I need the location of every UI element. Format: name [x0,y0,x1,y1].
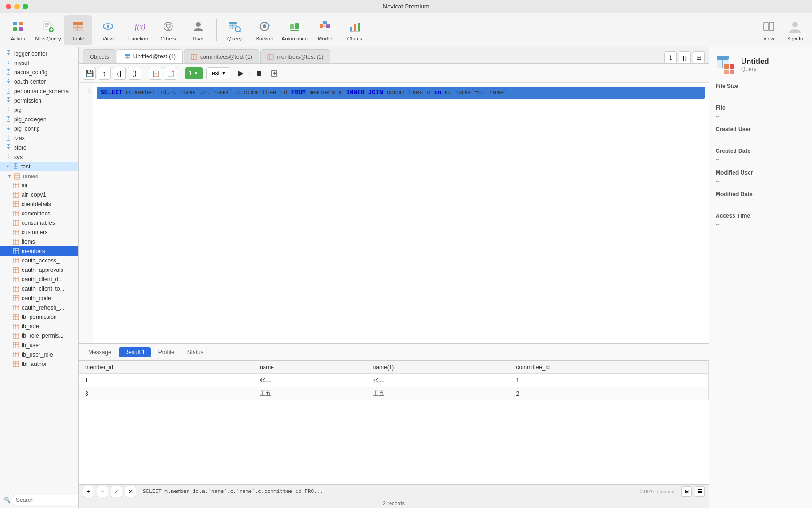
search-input[interactable] [13,495,79,505]
sidebar-table-members[interactable]: members [0,246,78,256]
result-tab-message[interactable]: Message [83,347,117,357]
add-row-btn[interactable]: + [83,486,94,497]
beautify-btn[interactable]: {} [113,67,126,80]
connection-select[interactable]: 1 ▼ [185,67,203,79]
sidebar-table-tb-user[interactable]: tb_user [0,341,78,350]
sidebar-item-pig-config[interactable]: 🗄 pig_config [0,124,78,134]
tab-committees-test[interactable]: committees@test (1) [184,49,259,64]
sidebar-table-tb-role[interactable]: tb_role [0,322,78,331]
result-tab-result1[interactable]: Result 1 [119,347,151,357]
toolbar-item-backup[interactable]: Backup [250,15,279,45]
minimize-button[interactable] [14,4,20,9]
sidebar-item-sys[interactable]: 🗄 sys [0,152,78,162]
copy-btn[interactable]: 📋 [149,67,162,80]
sign-in-btn[interactable]: Sign In [782,15,808,45]
toolbar-item-action[interactable]: Action [4,15,32,45]
toolbar-item-user[interactable]: User [184,15,212,45]
insert-btn[interactable]: ↕ [98,67,111,80]
svg-point-19 [168,29,169,30]
view-toggle-btn[interactable]: View [757,15,780,45]
sidebar-table-customers[interactable]: customers [0,228,78,237]
toolbar-item-others[interactable]: Others [154,15,182,45]
sidebar-item-oauth-center[interactable]: 🗄 oauth-center [0,77,78,87]
sidebar-item-rzas[interactable]: 🗄 rzas [0,134,78,143]
list-btn[interactable]: ☰ [695,486,705,497]
tab-untitled-test[interactable]: Untitled@test (1) [117,49,183,64]
sidebar-item-performance-schema[interactable]: 🗄 performance_schema [0,87,78,96]
model-icon [317,19,332,34]
result-tab-status[interactable]: Status [182,347,209,357]
sidebar-table-tb-role-permis[interactable]: tb_role_permis... [0,331,78,341]
right-panel-header: Untitled Query [716,55,805,75]
discard-btn[interactable]: ✕ [125,486,136,497]
editor-wrapper: 1 SELECT m.member_id,m.`name`,c.`name`,c… [79,83,709,343]
maximize-button[interactable] [23,4,28,9]
sidebar-table-tbl-author[interactable]: tbl_author [0,359,78,369]
paste-btn[interactable]: 📑 [164,67,177,80]
titlebar: Navicat Premium [0,0,812,13]
save-btn[interactable]: 💾 [83,67,96,80]
svg-rect-94 [13,324,19,329]
toolbar-item-charts[interactable]: Charts [341,15,369,45]
svg-rect-82 [13,286,19,292]
toolbar-item-new-query[interactable]: New Query [34,15,62,45]
curly-braces-btn[interactable]: {} [679,51,691,64]
explain-query-btn[interactable] [267,67,281,80]
svg-marker-29 [267,24,270,26]
close-button[interactable] [6,4,11,9]
sidebar-table-oauth-client-d[interactable]: oauth_client_d... [0,275,78,284]
svg-rect-127 [730,64,734,69]
sidebar-table-oauth-access[interactable]: oauth_access_... [0,256,78,265]
toolbar-item-function[interactable]: f(x) Function [124,15,152,45]
sidebar-table-clientdetails[interactable]: clientdetails [0,199,78,209]
svg-rect-106 [13,361,19,367]
result-tab-profile[interactable]: Profile [153,347,180,357]
editor-content[interactable]: SELECT m.member_id,m.`name`,c.`name`,c.c… [93,83,709,343]
tab-members-test[interactable]: members@test (1) [260,49,331,64]
sidebar-table-oauth-refresh[interactable]: oauth_refresh_... [0,303,78,312]
sidebar-item-logger-center[interactable]: 🗄 logger-center [0,49,78,58]
sidebar-item-nacos-config[interactable]: 🗄 nacos_config [0,68,78,77]
sidebar-table-items[interactable]: items [0,237,78,246]
sidebar-item-mysql[interactable]: 🗄 mysql [0,58,78,68]
remove-row-btn[interactable]: − [97,486,108,497]
sidebar-table-committees[interactable]: committees [0,209,78,218]
sidebar-item-permission[interactable]: 🗄 permission [0,96,78,105]
sidebar-table-tb-user-role[interactable]: tb_user_role [0,350,78,359]
tab-objects[interactable]: Objects [83,49,116,64]
toolbar-item-query[interactable]: Query [220,15,249,45]
sidebar-table-air[interactable]: air [0,181,78,190]
table-row-icon [13,183,19,188]
sidebar-item-test[interactable]: ▼ 🗄 test [0,162,78,171]
database-select[interactable]: test ▼ [206,67,230,79]
sidebar-table-oauth-client-to[interactable]: oauth_client_to... [0,284,78,294]
sidebar-table-consumables[interactable]: consumables [0,218,78,228]
cell-member-id: 1 [79,374,254,387]
qtb-separator-2 [181,69,181,78]
new-query-label: New Query [35,36,61,41]
svg-line-26 [240,31,241,32]
sidebar-item-pig-codegen[interactable]: 🗄 pig_codegen [0,115,78,124]
toolbar-item-view[interactable]: View [94,15,122,45]
grid-view-btn[interactable]: ⊞ [693,51,705,64]
stop-btn[interactable]: ⏹ [252,67,265,80]
run-btn[interactable]: ▶ [234,67,247,80]
table-row-icon [13,305,19,310]
tables-section-header[interactable]: ▼ Tables [0,171,78,181]
table-row-icon [13,286,19,292]
sidebar-item-pig[interactable]: 🗄 pig [0,105,78,115]
sidebar-table-oauth-approvals[interactable]: oauth_approvals [0,265,78,275]
sidebar-table-air-copy1[interactable]: air_copy1 [0,190,78,199]
table-tab-icon2 [267,54,274,60]
sidebar-item-store[interactable]: 🗄 store [0,143,78,152]
explain-btn[interactable]: () [128,67,141,80]
info-btn[interactable]: ℹ [664,51,677,64]
toolbar-item-model[interactable]: Model [311,15,339,45]
tables-label: Tables [22,174,38,179]
sidebar-table-tb-permission[interactable]: tb_permission [0,312,78,322]
confirm-btn[interactable]: ✓ [111,486,122,497]
toolbar-item-table[interactable]: Table [64,15,92,45]
grid-btn[interactable]: ⊞ [681,486,692,497]
toolbar-item-automation[interactable]: Automation [281,15,309,45]
sidebar-table-oauth-code[interactable]: oauth_code [0,294,78,303]
